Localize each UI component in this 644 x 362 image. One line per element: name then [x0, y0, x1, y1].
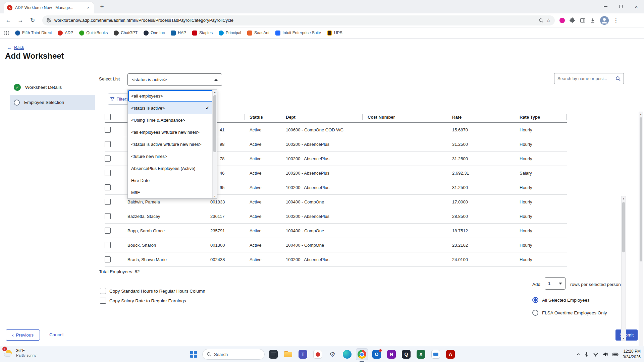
table-row[interactable]: Brach, Shawn Marie 002438 Active 100200 … — [105, 252, 567, 267]
site-info-icon[interactable] — [46, 18, 51, 23]
weather-widget[interactable]: 1 36°F Partly sunny — [3, 348, 37, 358]
scrollbar-thumb[interactable] — [213, 95, 216, 152]
scroll-down-icon[interactable]: ▼ — [622, 337, 626, 340]
row-checkbox[interactable] — [105, 228, 111, 234]
bookmark-star-icon[interactable] — [546, 17, 551, 23]
bookmark-fifth-third[interactable]: Fifth Third Direct — [15, 31, 52, 36]
header-status[interactable]: Status — [250, 114, 263, 119]
minimize-icon[interactable] — [598, 0, 613, 13]
menu-option-status-is-active[interactable]: <status is active> — [128, 102, 217, 114]
step-worksheet-details[interactable]: Worksheet Details — [10, 80, 95, 95]
menu-option-all-employees[interactable]: <all employees> — [128, 90, 217, 102]
previous-button[interactable]: ‹ Previous — [6, 329, 40, 341]
menu-kebab-icon[interactable] — [613, 17, 619, 23]
q-app-icon[interactable] — [400, 348, 412, 360]
chrome-icon[interactable] — [356, 348, 368, 360]
row-checkbox[interactable] — [105, 184, 111, 190]
menu-scrollbar[interactable]: ▲ ▼ — [212, 90, 217, 198]
cancel-button[interactable]: Cancel — [49, 332, 63, 337]
microphone-icon[interactable] — [585, 352, 589, 357]
search-input[interactable] — [557, 76, 613, 81]
bookmark-adp[interactable]: ADP — [58, 31, 73, 36]
taskbar-clock[interactable]: 12:28 PM 3/24/2026 — [623, 349, 641, 360]
row-checkbox[interactable] — [105, 127, 111, 133]
radio-unselected-icon[interactable] — [532, 310, 538, 316]
table-row[interactable]: Bazzetta, Stacey 236117 Active 100200 - … — [105, 209, 567, 224]
scroll-down-icon[interactable]: ▼ — [213, 195, 217, 197]
profile-avatar[interactable] — [600, 16, 609, 25]
volume-icon[interactable] — [603, 352, 608, 357]
menu-option-future-new-hires[interactable]: <future new hires> — [128, 150, 217, 162]
wifi-icon[interactable] — [593, 352, 598, 357]
step-employee-selection[interactable]: Employee Selection — [10, 95, 95, 110]
battery-icon[interactable] — [612, 353, 619, 356]
page-scrollbar[interactable]: ▲ ▼ — [639, 112, 643, 356]
extensions-puzzle-icon[interactable] — [570, 17, 575, 23]
search-icon[interactable] — [615, 76, 621, 81]
copy-standard-hours-option[interactable]: Copy Standard Hours to Regular Hours Col… — [100, 288, 205, 294]
radio-flsa-overtime-only[interactable]: FLSA Overtime Employees Only — [532, 310, 607, 316]
bookmark-hap[interactable]: HAP — [171, 31, 186, 36]
header-rate-type[interactable]: Rate Type — [520, 114, 540, 119]
row-checkbox[interactable] — [105, 256, 111, 262]
tab-close-icon[interactable] — [86, 5, 91, 10]
teams-icon[interactable] — [297, 348, 309, 360]
table-row[interactable]: Bopp, Sarah Grace 235791 Active 100400 -… — [105, 224, 567, 238]
back-link[interactable]: ← Back — [7, 45, 24, 50]
reload-icon[interactable]: ↻ — [28, 15, 38, 25]
radio-all-selected-employees[interactable]: All Selected Employees — [532, 297, 590, 303]
remote-desktop-icon[interactable] — [430, 348, 442, 360]
bookmark-one-inc[interactable]: One Inc — [144, 31, 165, 36]
acrobat-icon[interactable] — [444, 348, 457, 360]
start-button[interactable] — [187, 348, 200, 360]
bookmark-ups[interactable]: UPS — [327, 31, 342, 36]
row-checkbox[interactable] — [105, 141, 111, 147]
settings-gear-icon[interactable] — [326, 348, 338, 360]
menu-option-absenceplus-active[interactable]: AbsencePlus Employees (Active) — [128, 162, 217, 174]
taskbar-search[interactable]: Search — [202, 349, 265, 360]
app-window-icon[interactable] — [267, 348, 279, 360]
bookmark-staples[interactable]: Staples — [192, 31, 213, 36]
file-explorer-icon[interactable] — [282, 348, 294, 360]
bookmark-saasant[interactable]: SaasAnt — [247, 31, 269, 36]
copy-standard-hours-checkbox[interactable] — [100, 288, 106, 294]
back-icon[interactable]: ← — [3, 15, 13, 25]
select-all-checkbox[interactable] — [105, 114, 111, 120]
media-player-icon[interactable] — [312, 348, 324, 360]
row-checkbox[interactable] — [105, 156, 111, 162]
menu-option-m9f[interactable]: M9F — [128, 186, 217, 198]
select-list-dropdown[interactable]: <status is active> — [127, 73, 222, 86]
downloads-icon[interactable] — [590, 18, 595, 23]
add-rows-count-select[interactable]: 1 — [545, 277, 566, 290]
submit-button[interactable]: Submit — [615, 329, 638, 341]
address-bar[interactable]: workforcenow.adp.com/theme/admin.html#/P… — [42, 15, 555, 25]
copy-salary-rate-checkbox[interactable] — [100, 298, 106, 304]
scrollbar-thumb[interactable] — [622, 202, 625, 252]
radio-selected-icon[interactable] — [532, 297, 538, 303]
menu-option-status-active-future-hires[interactable]: <status is active w/future new hires> — [128, 138, 217, 150]
forward-icon[interactable]: → — [15, 15, 25, 25]
table-scrollbar[interactable]: ▲ ▼ — [621, 196, 626, 341]
bookmark-chatgpt[interactable]: ChatGPT — [114, 31, 138, 36]
scroll-up-icon[interactable]: ▲ — [639, 113, 643, 115]
header-rate[interactable]: Rate — [452, 114, 462, 119]
window-close-icon[interactable] — [629, 0, 644, 13]
browser-tab[interactable]: ADP Workforce Now - Manage... — [4, 2, 94, 13]
bookmark-quickbooks[interactable]: QuickBooks — [79, 31, 108, 36]
menu-option-hire-date[interactable]: Hire Date — [128, 174, 217, 186]
zoom-icon[interactable] — [539, 18, 543, 23]
copy-salary-rate-option[interactable]: Copy Salary Rate to Regular Earnings — [100, 298, 186, 304]
row-checkbox[interactable] — [105, 170, 111, 176]
onenote-icon[interactable] — [385, 348, 397, 360]
side-panel-icon[interactable] — [580, 18, 585, 23]
row-checkbox[interactable] — [105, 213, 111, 219]
edge-icon[interactable] — [341, 348, 353, 360]
table-row[interactable]: Bouck, Sharon 001300 Active 100400 - Com… — [105, 238, 567, 252]
apps-grid-icon[interactable] — [4, 31, 9, 36]
row-checkbox[interactable] — [105, 242, 111, 248]
menu-option-all-employees-future-hires[interactable]: <all employees w/future new hires> — [128, 126, 217, 138]
new-tab-button[interactable] — [97, 2, 107, 12]
tray-chevron-up-icon[interactable] — [576, 353, 580, 356]
bookmark-intuit[interactable]: Intuit Enterprise Suite — [275, 31, 321, 36]
scrollbar-thumb[interactable] — [640, 117, 642, 261]
